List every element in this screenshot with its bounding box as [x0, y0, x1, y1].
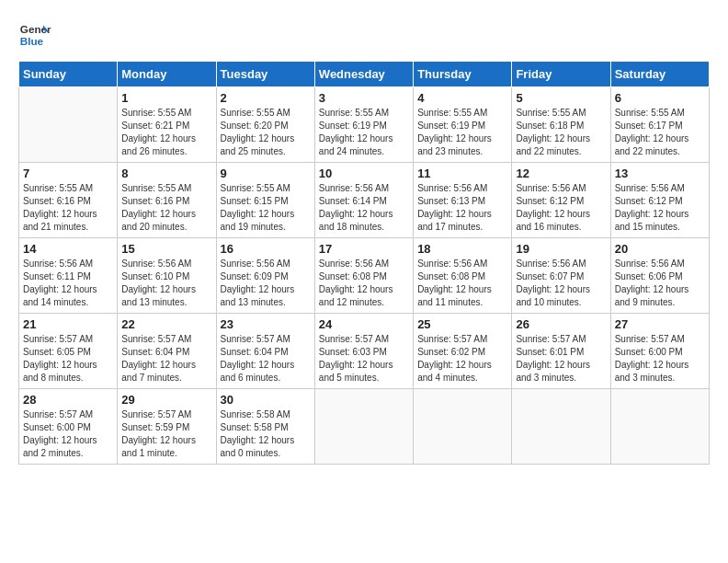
calendar-cell: 30 Sunrise: 5:58 AMSunset: 5:58 PMDaylig…: [216, 389, 314, 465]
day-info: Sunrise: 5:56 AMSunset: 6:14 PMDaylight:…: [319, 182, 409, 234]
day-info: Sunrise: 5:55 AMSunset: 6:19 PMDaylight:…: [417, 107, 507, 158]
day-info: Sunrise: 5:55 AMSunset: 6:21 PMDaylight:…: [121, 107, 211, 158]
day-number: 16: [221, 242, 311, 256]
day-number: 7: [23, 167, 113, 180]
calendar-cell: 27 Sunrise: 5:57 AMSunset: 6:00 PMDaylig…: [610, 314, 709, 389]
day-info: Sunrise: 5:57 AMSunset: 6:04 PMDaylight:…: [221, 333, 311, 385]
day-number: 25: [417, 317, 507, 331]
day-number: 6: [615, 91, 705, 105]
day-info: Sunrise: 5:56 AMSunset: 6:10 PMDaylight:…: [121, 258, 211, 309]
day-number: 13: [615, 167, 705, 180]
calendar-cell: 17 Sunrise: 5:56 AMSunset: 6:08 PMDaylig…: [314, 238, 413, 314]
calendar-cell: 14 Sunrise: 5:56 AMSunset: 6:11 PMDaylig…: [19, 238, 118, 314]
day-number: 19: [516, 242, 606, 256]
logo: General Blue: [18, 18, 51, 52]
calendar-cell: 2 Sunrise: 5:55 AMSunset: 6:20 PMDayligh…: [216, 87, 314, 163]
day-info: Sunrise: 5:57 AMSunset: 6:04 PMDaylight:…: [121, 333, 211, 385]
calendar-cell: 12 Sunrise: 5:56 AMSunset: 6:12 PMDaylig…: [512, 163, 610, 238]
day-number: 17: [319, 242, 409, 256]
day-info: Sunrise: 5:57 AMSunset: 6:01 PMDaylight:…: [516, 333, 606, 385]
day-info: Sunrise: 5:56 AMSunset: 6:09 PMDaylight:…: [221, 258, 311, 309]
day-number: 30: [221, 393, 311, 407]
day-number: 28: [23, 393, 113, 407]
day-number: 4: [417, 91, 507, 105]
day-info: Sunrise: 5:55 AMSunset: 6:17 PMDaylight:…: [615, 107, 705, 158]
day-info: Sunrise: 5:56 AMSunset: 6:12 PMDaylight:…: [615, 182, 705, 234]
day-number: 15: [121, 242, 211, 256]
day-number: 11: [417, 167, 507, 180]
calendar-cell: 16 Sunrise: 5:56 AMSunset: 6:09 PMDaylig…: [216, 238, 314, 314]
day-number: 12: [516, 167, 606, 180]
calendar-cell: 22 Sunrise: 5:57 AMSunset: 6:04 PMDaylig…: [118, 314, 216, 389]
calendar-cell: 4 Sunrise: 5:55 AMSunset: 6:19 PMDayligh…: [414, 87, 512, 163]
day-number: 2: [221, 91, 311, 105]
day-header-wednesday: Wednesday: [314, 62, 413, 87]
calendar-cell: [414, 389, 512, 465]
calendar-cell: 13 Sunrise: 5:56 AMSunset: 6:12 PMDaylig…: [610, 163, 709, 238]
calendar-cell: 9 Sunrise: 5:55 AMSunset: 6:15 PMDayligh…: [216, 163, 314, 238]
day-info: Sunrise: 5:56 AMSunset: 6:12 PMDaylight:…: [516, 182, 606, 234]
calendar-cell: [314, 389, 413, 465]
calendar-cell: 20 Sunrise: 5:56 AMSunset: 6:06 PMDaylig…: [610, 238, 709, 314]
calendar-cell: 19 Sunrise: 5:56 AMSunset: 6:07 PMDaylig…: [512, 238, 610, 314]
day-info: Sunrise: 5:55 AMSunset: 6:18 PMDaylight:…: [516, 107, 606, 158]
calendar-cell: 25 Sunrise: 5:57 AMSunset: 6:02 PMDaylig…: [414, 314, 512, 389]
calendar-week-row: 21 Sunrise: 5:57 AMSunset: 6:05 PMDaylig…: [19, 314, 710, 389]
calendar-cell: [512, 389, 610, 465]
day-number: 5: [516, 91, 606, 105]
calendar-week-row: 14 Sunrise: 5:56 AMSunset: 6:11 PMDaylig…: [19, 238, 710, 314]
calendar-table: SundayMondayTuesdayWednesdayThursdayFrid…: [18, 61, 710, 465]
day-info: Sunrise: 5:57 AMSunset: 5:59 PMDaylight:…: [121, 408, 211, 460]
calendar-cell: 6 Sunrise: 5:55 AMSunset: 6:17 PMDayligh…: [610, 87, 709, 163]
day-number: 18: [417, 242, 507, 256]
calendar-cell: 15 Sunrise: 5:56 AMSunset: 6:10 PMDaylig…: [118, 238, 216, 314]
day-info: Sunrise: 5:58 AMSunset: 5:58 PMDaylight:…: [221, 408, 311, 460]
day-header-tuesday: Tuesday: [216, 62, 314, 87]
calendar-cell: 10 Sunrise: 5:56 AMSunset: 6:14 PMDaylig…: [314, 163, 413, 238]
day-info: Sunrise: 5:57 AMSunset: 6:00 PMDaylight:…: [615, 333, 705, 385]
day-info: Sunrise: 5:56 AMSunset: 6:06 PMDaylight:…: [615, 258, 705, 309]
day-number: 26: [516, 317, 606, 331]
day-info: Sunrise: 5:55 AMSunset: 6:15 PMDaylight:…: [221, 182, 311, 234]
calendar-week-row: 7 Sunrise: 5:55 AMSunset: 6:16 PMDayligh…: [19, 163, 710, 238]
day-info: Sunrise: 5:57 AMSunset: 6:00 PMDaylight:…: [23, 408, 113, 460]
day-info: Sunrise: 5:56 AMSunset: 6:08 PMDaylight:…: [417, 258, 507, 309]
day-number: 29: [121, 393, 211, 407]
day-number: 14: [23, 242, 113, 256]
day-number: 9: [221, 167, 311, 180]
svg-text:Blue: Blue: [20, 35, 44, 47]
day-info: Sunrise: 5:55 AMSunset: 6:20 PMDaylight:…: [221, 107, 311, 158]
calendar-cell: 5 Sunrise: 5:55 AMSunset: 6:18 PMDayligh…: [512, 87, 610, 163]
day-header-sunday: Sunday: [19, 62, 118, 87]
calendar-cell: 24 Sunrise: 5:57 AMSunset: 6:03 PMDaylig…: [314, 314, 413, 389]
calendar-cell: 29 Sunrise: 5:57 AMSunset: 5:59 PMDaylig…: [118, 389, 216, 465]
calendar-cell: [610, 389, 709, 465]
calendar-header-row: SundayMondayTuesdayWednesdayThursdayFrid…: [19, 62, 710, 87]
calendar-cell: 21 Sunrise: 5:57 AMSunset: 6:05 PMDaylig…: [19, 314, 118, 389]
calendar-week-row: 28 Sunrise: 5:57 AMSunset: 6:00 PMDaylig…: [19, 389, 710, 465]
calendar-cell: 18 Sunrise: 5:56 AMSunset: 6:08 PMDaylig…: [414, 238, 512, 314]
day-number: 27: [615, 317, 705, 331]
calendar-cell: 1 Sunrise: 5:55 AMSunset: 6:21 PMDayligh…: [118, 87, 216, 163]
day-header-monday: Monday: [118, 62, 216, 87]
page-header: General Blue: [18, 18, 710, 52]
day-info: Sunrise: 5:55 AMSunset: 6:16 PMDaylight:…: [121, 182, 211, 234]
svg-text:General: General: [20, 23, 51, 35]
day-info: Sunrise: 5:57 AMSunset: 6:03 PMDaylight:…: [319, 333, 409, 385]
calendar-cell: [19, 87, 118, 163]
day-info: Sunrise: 5:56 AMSunset: 6:07 PMDaylight:…: [516, 258, 606, 309]
logo-icon: General Blue: [18, 18, 51, 52]
day-number: 22: [121, 317, 211, 331]
calendar-cell: 28 Sunrise: 5:57 AMSunset: 6:00 PMDaylig…: [19, 389, 118, 465]
day-header-saturday: Saturday: [610, 62, 709, 87]
day-info: Sunrise: 5:56 AMSunset: 6:13 PMDaylight:…: [417, 182, 507, 234]
day-number: 20: [615, 242, 705, 256]
day-number: 24: [319, 317, 409, 331]
calendar-cell: 7 Sunrise: 5:55 AMSunset: 6:16 PMDayligh…: [19, 163, 118, 238]
day-info: Sunrise: 5:55 AMSunset: 6:19 PMDaylight:…: [319, 107, 409, 158]
day-number: 23: [221, 317, 311, 331]
day-header-thursday: Thursday: [414, 62, 512, 87]
calendar-cell: 23 Sunrise: 5:57 AMSunset: 6:04 PMDaylig…: [216, 314, 314, 389]
calendar-cell: 11 Sunrise: 5:56 AMSunset: 6:13 PMDaylig…: [414, 163, 512, 238]
calendar-week-row: 1 Sunrise: 5:55 AMSunset: 6:21 PMDayligh…: [19, 87, 710, 163]
